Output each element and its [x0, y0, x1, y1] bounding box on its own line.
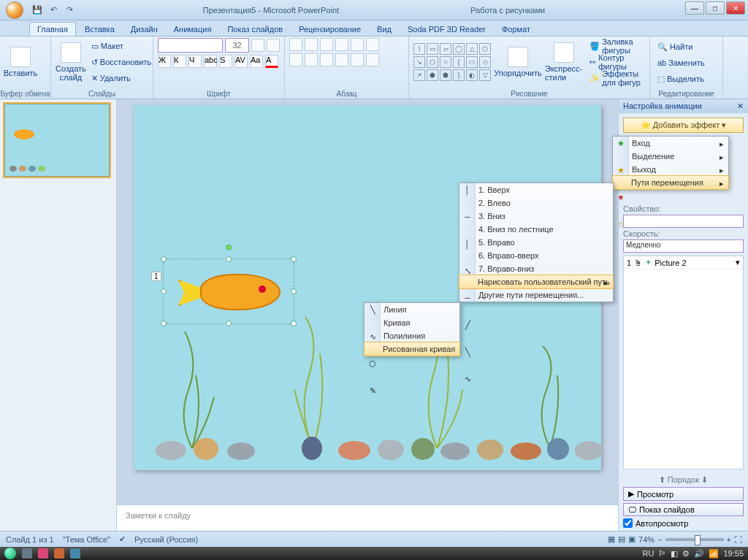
- tab-review[interactable]: Рецензирование: [291, 23, 368, 36]
- italic-icon[interactable]: К: [173, 55, 186, 68]
- paste-button[interactable]: Вставить: [4, 38, 37, 86]
- shapes-gallery[interactable]: \▭▱◯△⬠ ↘⬡☆{⬭◇ ↗⬢⬟}◐▽: [413, 43, 491, 81]
- effect-list[interactable]: 1 🖱 ✦ Picture 2 ▾: [623, 256, 744, 469]
- office-button[interactable]: [1, 0, 28, 20]
- tab-animation[interactable]: Анимация: [167, 23, 219, 36]
- tab-insert[interactable]: Вставка: [77, 23, 122, 36]
- autopreview-checkbox[interactable]: Автопросмотр: [623, 518, 744, 528]
- justify-icon[interactable]: [335, 53, 348, 66]
- slide-thumbnail-1[interactable]: [4, 104, 110, 177]
- close-button[interactable]: ✕: [726, 1, 745, 15]
- tab-design[interactable]: Дизайн: [123, 23, 165, 36]
- save-icon[interactable]: 💾: [31, 4, 44, 17]
- menu-motion-paths[interactable]: ☆Пути перемещения▸: [612, 175, 729, 190]
- shape-fill-button[interactable]: 🪣 Заливка фигуры: [587, 39, 645, 53]
- font-size-combo[interactable]: 32: [225, 38, 250, 53]
- align-left-icon[interactable]: [289, 53, 302, 66]
- tab-format[interactable]: Формат: [495, 23, 538, 36]
- maximize-button[interactable]: □: [706, 1, 725, 15]
- select-button[interactable]: ⬚ Выделить: [654, 72, 718, 86]
- tray-icon[interactable]: ⚙: [682, 549, 690, 559]
- menu-entrance[interactable]: ★Вход▸: [613, 137, 728, 150]
- view-sorter-icon[interactable]: ▤: [618, 534, 625, 544]
- shape-effects-button[interactable]: ✨ Эффекты для фигур: [587, 71, 645, 85]
- numbering-icon[interactable]: [305, 38, 318, 51]
- strike-icon[interactable]: abc: [204, 55, 217, 68]
- arrange-button[interactable]: Упорядочить: [495, 38, 541, 86]
- fit-icon[interactable]: ⛶: [734, 535, 742, 544]
- menu-exit[interactable]: ★Выход▸: [613, 163, 728, 176]
- pane-close-icon[interactable]: ✕: [737, 101, 744, 111]
- zoom-percent[interactable]: 74%: [638, 535, 654, 544]
- indent-inc-icon[interactable]: [335, 38, 348, 51]
- add-effect-button[interactable]: ⭐ Добавить эффект ▾: [623, 118, 744, 133]
- draw-scribble[interactable]: ✎Рисованная кривая: [364, 342, 460, 356]
- new-slide-button[interactable]: Создать слайд: [56, 38, 86, 86]
- grow-font-icon[interactable]: [251, 39, 264, 52]
- tab-home[interactable]: Главная: [29, 22, 76, 36]
- tray-clock[interactable]: 19:55: [723, 549, 744, 558]
- view-slideshow-icon[interactable]: ▣: [628, 534, 636, 544]
- shadow-icon[interactable]: S: [219, 55, 232, 68]
- taskbar-app-icon[interactable]: [54, 548, 64, 559]
- case-icon[interactable]: Aa: [250, 55, 263, 68]
- bold-icon[interactable]: Ж: [158, 55, 171, 68]
- notes-pane[interactable]: Заметки к слайду: [117, 505, 618, 531]
- redo-icon[interactable]: ↷: [63, 4, 76, 17]
- columns-icon[interactable]: [351, 53, 364, 66]
- taskbar-app-icon[interactable]: [70, 548, 80, 559]
- tray-network-icon[interactable]: 📶: [709, 549, 719, 559]
- tray-lang[interactable]: RU: [643, 549, 654, 558]
- spacing-icon[interactable]: AV: [234, 55, 248, 68]
- path-right-down[interactable]: ╲7. Вправо-вниз: [459, 262, 613, 275]
- align-right-icon[interactable]: [320, 53, 333, 66]
- status-lang[interactable]: Русский (Россия): [134, 535, 198, 544]
- shrink-font-icon[interactable]: [267, 39, 280, 52]
- minimize-button[interactable]: —: [685, 1, 704, 15]
- taskbar-app-icon[interactable]: [22, 548, 32, 559]
- find-button[interactable]: 🔍 Найти: [654, 39, 718, 54]
- draw-curve[interactable]: ∿Кривая: [365, 316, 459, 329]
- quickstyles-button[interactable]: Экспресс-стили: [545, 38, 582, 86]
- reset-button[interactable]: ↺ Восстановить: [88, 55, 154, 69]
- smartart-icon[interactable]: [366, 53, 379, 66]
- path-right-up[interactable]: ╱6. Вправо-вверх: [459, 249, 613, 262]
- shape-outline-button[interactable]: ✏ Контур фигуры: [587, 55, 645, 69]
- taskbar-app-icon[interactable]: [38, 548, 48, 559]
- slideshow-button[interactable]: 🖵 Показ слайдов: [623, 503, 744, 516]
- speed-combo[interactable]: Медленно: [623, 239, 744, 253]
- draw-polyline[interactable]: ⬡Полилиния: [365, 329, 459, 342]
- tab-slideshow[interactable]: Показ слайдов: [220, 23, 290, 36]
- tray-flag-icon[interactable]: 🏳: [658, 549, 666, 558]
- start-button[interactable]: [4, 548, 16, 559]
- path-left[interactable]: ─2. Влево: [459, 196, 613, 210]
- font-combo[interactable]: [158, 38, 223, 53]
- undo-icon[interactable]: ↶: [47, 4, 60, 17]
- zoom-in-icon[interactable]: +: [727, 535, 731, 544]
- path-down[interactable]: │3. Вниз: [459, 210, 613, 223]
- path-stairs[interactable]: ⤡4. Вниз по лестнице: [459, 223, 613, 236]
- path-custom[interactable]: ∿Нарисовать пользовательский путь▸: [459, 275, 614, 289]
- draw-line[interactable]: ╲Линия: [365, 303, 459, 316]
- replace-button[interactable]: ab Заменить: [654, 55, 718, 70]
- path-right[interactable]: ─5. Вправо: [459, 236, 613, 249]
- bullets-icon[interactable]: [289, 38, 302, 51]
- textdir-icon[interactable]: [366, 38, 379, 51]
- zoom-slider[interactable]: [665, 538, 724, 541]
- spellcheck-icon[interactable]: ✔: [119, 534, 126, 544]
- preview-button[interactable]: ▶ Просмотр: [623, 487, 744, 501]
- dropdown-icon[interactable]: ▾: [736, 258, 740, 267]
- layout-button[interactable]: ▭ Макет: [88, 39, 154, 53]
- tray-volume-icon[interactable]: 🔊: [694, 549, 704, 559]
- align-center-icon[interactable]: [305, 53, 318, 66]
- indent-dec-icon[interactable]: [320, 38, 333, 51]
- linespacing-icon[interactable]: [351, 38, 364, 51]
- path-up[interactable]: │1. Вверх: [459, 183, 613, 196]
- menu-emphasis[interactable]: ★Выделение▸: [613, 150, 728, 163]
- underline-icon[interactable]: Ч: [188, 55, 202, 68]
- tray-icon[interactable]: ◧: [671, 549, 678, 559]
- property-combo[interactable]: [623, 215, 744, 228]
- tab-view[interactable]: Вид: [370, 23, 399, 36]
- delete-button[interactable]: ✕ Удалить: [88, 71, 154, 85]
- selected-object[interactable]: [163, 258, 294, 324]
